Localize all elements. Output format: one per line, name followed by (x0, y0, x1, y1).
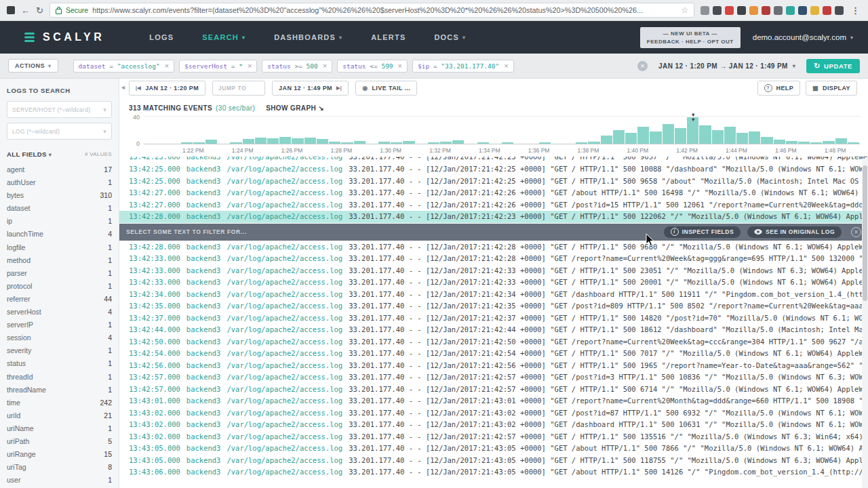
chip-remove-icon[interactable]: × (398, 62, 402, 69)
log-row[interactable]: 13:42:33.000backend3/var/log/apache2/acc… (119, 253, 868, 265)
log-row[interactable]: 13:42:50.000backend3/var/log/apache2/acc… (119, 336, 868, 348)
extension-icon[interactable] (737, 6, 746, 15)
field-name[interactable]: session (7, 331, 31, 344)
log-row[interactable]: 13:42:23.000backend3/var/log/apache2/acc… (119, 157, 868, 163)
display-button[interactable]: ▦ DISPLAY (806, 81, 857, 96)
back-icon[interactable]: ← (21, 6, 30, 15)
help-button[interactable]: ? HELP (757, 81, 801, 96)
extension-icon[interactable] (810, 6, 819, 15)
log-row[interactable]: 13:42:27.000backend3/var/log/apache2/acc… (119, 199, 868, 211)
nav-item-search[interactable]: SEARCH▾ (202, 33, 245, 41)
chip-remove-icon[interactable]: × (323, 62, 327, 69)
live-tail-button[interactable]: ◉ LIVE TAIL ... (355, 81, 417, 96)
chip-remove-icon[interactable]: × (165, 62, 169, 69)
log-row[interactable]: 13:42:34.000backend3/var/log/apache2/acc… (119, 289, 868, 301)
field-name[interactable]: parser (7, 267, 27, 280)
extension-icon[interactable] (786, 6, 795, 15)
field-name[interactable]: time (7, 396, 20, 409)
log-select[interactable]: LOG (*=wildcard) ▾ (7, 123, 112, 140)
field-name[interactable]: protocol (7, 280, 32, 293)
log-row[interactable]: 13:42:25.000backend3/var/log/apache2/acc… (119, 163, 868, 176)
range-end-button[interactable]: JAN 12 · 1:49 PM ▶| (272, 81, 349, 96)
log-row[interactable]: 13:43:02.000backend3/var/log/apache2/acc… (119, 407, 868, 420)
extension-icon[interactable] (701, 6, 709, 15)
field-name[interactable]: authUser (7, 176, 36, 189)
log-row[interactable]: 13:42:25.000backend3/var/log/apache2/acc… (119, 176, 868, 188)
log-row[interactable]: 13:43:06.000backend3/var/log/apache2/acc… (119, 466, 868, 479)
field-name[interactable]: referrer (7, 293, 30, 306)
beta-links[interactable]: FEEDBACK · HELP · OPT OUT (647, 39, 734, 45)
extension-icon[interactable] (835, 6, 844, 15)
extension-icon[interactable] (798, 6, 807, 15)
chip-remove-icon[interactable]: × (248, 62, 252, 69)
actions-button[interactable]: ACTIONS ▾ (8, 59, 58, 73)
log-row[interactable]: 13:42:35.000backend3/var/log/apache2/acc… (119, 300, 868, 312)
inspect-fields-button[interactable]: i INSPECT FIELDS (664, 226, 741, 238)
log-row[interactable]: 13:43:02.000backend3/var/log/apache2/acc… (119, 431, 868, 443)
log-row[interactable]: 13:42:54.000backend3/var/log/apache2/acc… (119, 348, 868, 360)
field-name[interactable]: uriPath (7, 435, 29, 448)
browser-menu-icon[interactable]: ⋮ (850, 5, 861, 16)
field-name[interactable]: logfile (7, 241, 25, 254)
log-row[interactable]: 13:43:05.000backend3/var/log/apache2/acc… (119, 455, 868, 467)
jump-to-input[interactable] (212, 81, 265, 96)
nav-item-alerts[interactable]: ALERTS (371, 33, 406, 41)
filter-chip[interactable]: $ip = "33.201.177.40"× (412, 60, 514, 73)
field-name[interactable]: threadName (7, 384, 46, 396)
extension-icon[interactable] (823, 6, 831, 15)
account-menu[interactable]: demo.account@scalyr.com ▾ (753, 33, 853, 41)
field-name[interactable]: user (7, 474, 20, 487)
field-name[interactable]: uriName (7, 422, 34, 435)
field-name[interactable]: serverIP (7, 319, 33, 331)
field-name[interactable]: launchTime (7, 228, 43, 241)
field-name[interactable]: dataset (7, 202, 30, 215)
extension-icon[interactable] (749, 6, 758, 15)
field-name[interactable]: status (7, 357, 26, 370)
log-row[interactable]: 13:43:01.000backend3/var/log/apache2/acc… (119, 395, 868, 407)
address-bar[interactable]: Secure https://www.scalyr.com/events?fil… (50, 3, 694, 18)
nav-item-logs[interactable]: LOGS (149, 33, 174, 41)
field-name[interactable]: serverHost (7, 306, 41, 319)
filter-chip[interactable]: status >= 500× (262, 60, 332, 73)
update-button[interactable]: ↻ UPDATE (806, 59, 860, 73)
log-row[interactable]: 13:42:56.000backend3/var/log/apache2/acc… (119, 360, 868, 372)
filter-chip[interactable]: $serverHost = *× (179, 60, 257, 73)
log-row[interactable]: 13:42:28.000backend3/var/log/apache2/acc… (119, 211, 868, 223)
log-row[interactable]: 13:42:28.000backend3/var/log/apache2/acc… (119, 241, 868, 253)
events-histogram[interactable]: ▼▼ (144, 116, 860, 144)
chip-remove-icon[interactable]: × (504, 62, 508, 69)
scrollbar[interactable] (862, 159, 868, 488)
log-row[interactable]: 13:42:27.000backend3/var/log/apache2/acc… (119, 187, 868, 199)
field-name[interactable]: bytes (7, 189, 24, 202)
extension-icon[interactable] (762, 6, 770, 15)
field-name[interactable]: uriTag (7, 461, 26, 474)
log-row[interactable]: 13:42:33.000backend3/var/log/apache2/acc… (119, 277, 868, 289)
log-row[interactable]: 13:42:57.000backend3/var/log/apache2/acc… (119, 384, 868, 396)
server-host-select[interactable]: SERVER/HOST (*=wildcard) ▾ (7, 101, 112, 118)
field-name[interactable]: method (7, 254, 31, 267)
field-name[interactable]: agent (7, 163, 24, 176)
log-row[interactable]: 13:43:02.000backend3/var/log/apache2/acc… (119, 419, 868, 431)
field-name[interactable]: severity (7, 344, 31, 357)
close-icon[interactable]: × (851, 227, 861, 237)
scalyr-logo[interactable]: SCALYR (23, 31, 104, 43)
nav-item-dashboards[interactable]: DASHBOARDS▾ (274, 33, 342, 41)
scrollbar-thumb[interactable] (863, 165, 867, 301)
field-name[interactable]: threadId (7, 371, 33, 384)
see-original-log-button[interactable]: SEE IN ORIGINAL LOG (747, 226, 842, 238)
field-name[interactable]: uriRange (7, 448, 36, 461)
log-row[interactable]: 13:42:44.000backend3/var/log/apache2/acc… (119, 324, 868, 336)
log-row[interactable]: 13:42:33.000backend3/var/log/apache2/acc… (119, 265, 868, 277)
log-row[interactable]: 13:42:57.000backend3/var/log/apache2/acc… (119, 371, 868, 384)
reload-icon[interactable]: ↻ (36, 6, 43, 15)
sidebar-collapse-icon[interactable]: ◄ (120, 84, 126, 91)
log-row[interactable]: 13:42:37.000backend3/var/log/apache2/acc… (119, 312, 868, 325)
bookmark-star-icon[interactable]: ☆ (681, 5, 688, 15)
show-graph-toggle[interactable]: SHOW GRAPH ↘ (266, 104, 324, 112)
field-name[interactable]: ip (7, 215, 12, 228)
field-name[interactable]: uriId (7, 409, 20, 422)
filter-chip[interactable]: status <= 599× (337, 60, 408, 73)
nav-item-docs[interactable]: DOCS▾ (434, 33, 466, 41)
log-row[interactable]: 13:43:05.000backend3/var/log/apache2/acc… (119, 443, 868, 455)
extension-icon[interactable] (713, 6, 722, 15)
